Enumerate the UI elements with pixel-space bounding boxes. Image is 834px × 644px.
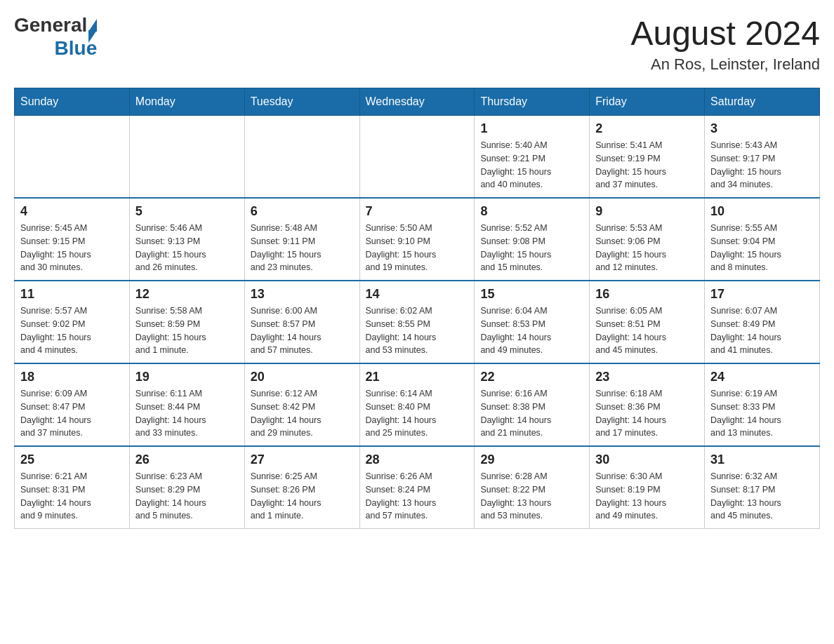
calendar-day-header: Friday xyxy=(590,88,705,116)
day-number: 15 xyxy=(480,287,583,302)
day-info: Sunrise: 6:26 AM Sunset: 8:24 PM Dayligh… xyxy=(366,470,469,523)
day-number: 3 xyxy=(710,121,814,136)
day-info: Sunrise: 6:32 AM Sunset: 8:17 PM Dayligh… xyxy=(710,470,814,523)
calendar-cell: 6Sunrise: 5:48 AM Sunset: 9:11 PM Daylig… xyxy=(244,198,359,281)
calendar-cell: 5Sunrise: 5:46 AM Sunset: 9:13 PM Daylig… xyxy=(129,198,244,281)
calendar-cell: 16Sunrise: 6:05 AM Sunset: 8:51 PM Dayli… xyxy=(590,281,705,363)
calendar-cell xyxy=(129,116,244,199)
calendar-cell: 23Sunrise: 6:18 AM Sunset: 8:36 PM Dayli… xyxy=(590,363,705,446)
day-number: 22 xyxy=(480,370,583,384)
day-info: Sunrise: 6:30 AM Sunset: 8:19 PM Dayligh… xyxy=(595,470,699,523)
page-header: General Blue August 2024 An Ros, Leinste… xyxy=(14,14,820,74)
day-info: Sunrise: 6:05 AM Sunset: 8:51 PM Dayligh… xyxy=(595,304,699,357)
day-info: Sunrise: 6:14 AM Sunset: 8:40 PM Dayligh… xyxy=(366,387,469,440)
calendar-cell: 4Sunrise: 5:45 AM Sunset: 9:15 PM Daylig… xyxy=(15,198,130,281)
calendar-cell: 12Sunrise: 5:58 AM Sunset: 8:59 PM Dayli… xyxy=(129,281,244,363)
day-info: Sunrise: 5:57 AM Sunset: 9:02 PM Dayligh… xyxy=(20,304,124,357)
calendar-week-row: 4Sunrise: 5:45 AM Sunset: 9:15 PM Daylig… xyxy=(15,198,820,281)
calendar-week-row: 11Sunrise: 5:57 AM Sunset: 9:02 PM Dayli… xyxy=(15,281,820,363)
calendar-cell: 22Sunrise: 6:16 AM Sunset: 8:38 PM Dayli… xyxy=(475,363,590,446)
calendar-day-header: Tuesday xyxy=(244,88,359,116)
logo-icon: General Blue xyxy=(14,14,97,60)
day-number: 23 xyxy=(595,370,699,384)
day-info: Sunrise: 5:40 AM Sunset: 9:21 PM Dayligh… xyxy=(480,139,583,192)
calendar-cell: 27Sunrise: 6:25 AM Sunset: 8:26 PM Dayli… xyxy=(244,446,359,529)
calendar-cell: 8Sunrise: 5:52 AM Sunset: 9:08 PM Daylig… xyxy=(475,198,590,281)
day-info: Sunrise: 6:19 AM Sunset: 8:33 PM Dayligh… xyxy=(710,387,814,440)
day-info: Sunrise: 6:04 AM Sunset: 8:53 PM Dayligh… xyxy=(480,304,583,357)
day-number: 30 xyxy=(595,452,699,467)
logo-text-blue: Blue xyxy=(55,37,98,60)
calendar-cell: 19Sunrise: 6:11 AM Sunset: 8:44 PM Dayli… xyxy=(129,363,244,446)
calendar-cell: 18Sunrise: 6:09 AM Sunset: 8:47 PM Dayli… xyxy=(15,363,130,446)
calendar-cell xyxy=(244,116,359,199)
day-info: Sunrise: 5:52 AM Sunset: 9:08 PM Dayligh… xyxy=(480,222,583,274)
day-number: 19 xyxy=(135,370,239,384)
day-number: 18 xyxy=(20,370,124,384)
day-number: 17 xyxy=(710,287,814,302)
day-number: 2 xyxy=(595,121,699,136)
day-info: Sunrise: 5:55 AM Sunset: 9:04 PM Dayligh… xyxy=(710,222,814,274)
day-number: 27 xyxy=(251,452,354,467)
calendar-week-row: 1Sunrise: 5:40 AM Sunset: 9:21 PM Daylig… xyxy=(15,116,820,199)
day-number: 25 xyxy=(20,452,124,467)
page-title: August 2024 xyxy=(630,14,820,53)
calendar-week-row: 18Sunrise: 6:09 AM Sunset: 8:47 PM Dayli… xyxy=(15,363,820,446)
day-number: 6 xyxy=(251,204,354,219)
day-number: 4 xyxy=(20,204,124,219)
day-info: Sunrise: 6:00 AM Sunset: 8:57 PM Dayligh… xyxy=(251,304,354,357)
calendar-cell: 15Sunrise: 6:04 AM Sunset: 8:53 PM Dayli… xyxy=(475,281,590,363)
day-number: 5 xyxy=(135,204,239,219)
day-number: 26 xyxy=(135,452,239,467)
calendar-cell: 28Sunrise: 6:26 AM Sunset: 8:24 PM Dayli… xyxy=(359,446,475,529)
day-info: Sunrise: 5:58 AM Sunset: 8:59 PM Dayligh… xyxy=(135,304,239,357)
calendar-day-header: Monday xyxy=(129,88,244,116)
day-number: 10 xyxy=(710,204,814,219)
day-info: Sunrise: 5:43 AM Sunset: 9:17 PM Dayligh… xyxy=(710,139,814,192)
day-number: 28 xyxy=(366,452,469,467)
day-number: 14 xyxy=(366,287,469,302)
day-number: 7 xyxy=(366,204,469,219)
calendar-cell: 30Sunrise: 6:30 AM Sunset: 8:19 PM Dayli… xyxy=(590,446,705,529)
day-info: Sunrise: 6:23 AM Sunset: 8:29 PM Dayligh… xyxy=(135,470,239,523)
day-info: Sunrise: 5:48 AM Sunset: 9:11 PM Dayligh… xyxy=(251,222,354,274)
day-info: Sunrise: 5:50 AM Sunset: 9:10 PM Dayligh… xyxy=(366,222,469,274)
day-info: Sunrise: 6:09 AM Sunset: 8:47 PM Dayligh… xyxy=(20,387,124,440)
calendar-cell: 31Sunrise: 6:32 AM Sunset: 8:17 PM Dayli… xyxy=(705,446,820,529)
day-number: 29 xyxy=(480,452,583,467)
day-number: 1 xyxy=(480,121,583,136)
calendar-table: SundayMondayTuesdayWednesdayThursdayFrid… xyxy=(14,88,820,529)
day-number: 31 xyxy=(710,452,814,467)
day-info: Sunrise: 6:28 AM Sunset: 8:22 PM Dayligh… xyxy=(480,470,583,523)
day-number: 24 xyxy=(710,370,814,384)
day-info: Sunrise: 5:41 AM Sunset: 9:19 PM Dayligh… xyxy=(595,139,699,192)
calendar-cell: 26Sunrise: 6:23 AM Sunset: 8:29 PM Dayli… xyxy=(129,446,244,529)
day-info: Sunrise: 5:45 AM Sunset: 9:15 PM Dayligh… xyxy=(20,222,124,274)
day-number: 11 xyxy=(20,287,124,302)
logo: General Blue xyxy=(14,14,97,60)
calendar-cell: 2Sunrise: 5:41 AM Sunset: 9:19 PM Daylig… xyxy=(590,116,705,199)
calendar-cell: 14Sunrise: 6:02 AM Sunset: 8:55 PM Dayli… xyxy=(359,281,475,363)
calendar-cell: 9Sunrise: 5:53 AM Sunset: 9:06 PM Daylig… xyxy=(590,198,705,281)
day-number: 8 xyxy=(480,204,583,219)
calendar-day-header: Sunday xyxy=(15,88,130,116)
day-number: 9 xyxy=(595,204,699,219)
day-number: 20 xyxy=(251,370,354,384)
calendar-cell: 7Sunrise: 5:50 AM Sunset: 9:10 PM Daylig… xyxy=(359,198,475,281)
calendar-cell: 3Sunrise: 5:43 AM Sunset: 9:17 PM Daylig… xyxy=(705,116,820,199)
title-block: August 2024 An Ros, Leinster, Ireland xyxy=(630,14,820,74)
day-info: Sunrise: 6:11 AM Sunset: 8:44 PM Dayligh… xyxy=(135,387,239,440)
calendar-cell: 11Sunrise: 5:57 AM Sunset: 9:02 PM Dayli… xyxy=(15,281,130,363)
day-info: Sunrise: 6:07 AM Sunset: 8:49 PM Dayligh… xyxy=(710,304,814,357)
calendar-day-header: Saturday xyxy=(705,88,820,116)
day-info: Sunrise: 5:46 AM Sunset: 9:13 PM Dayligh… xyxy=(135,222,239,274)
calendar-cell: 24Sunrise: 6:19 AM Sunset: 8:33 PM Dayli… xyxy=(705,363,820,446)
calendar-cell: 17Sunrise: 6:07 AM Sunset: 8:49 PM Dayli… xyxy=(705,281,820,363)
page-subtitle: An Ros, Leinster, Ireland xyxy=(630,55,820,74)
calendar-week-row: 25Sunrise: 6:21 AM Sunset: 8:31 PM Dayli… xyxy=(15,446,820,529)
calendar-day-header: Wednesday xyxy=(359,88,475,116)
day-info: Sunrise: 6:18 AM Sunset: 8:36 PM Dayligh… xyxy=(595,387,699,440)
day-number: 12 xyxy=(135,287,239,302)
calendar-cell: 1Sunrise: 5:40 AM Sunset: 9:21 PM Daylig… xyxy=(475,116,590,199)
calendar-cell: 25Sunrise: 6:21 AM Sunset: 8:31 PM Dayli… xyxy=(15,446,130,529)
